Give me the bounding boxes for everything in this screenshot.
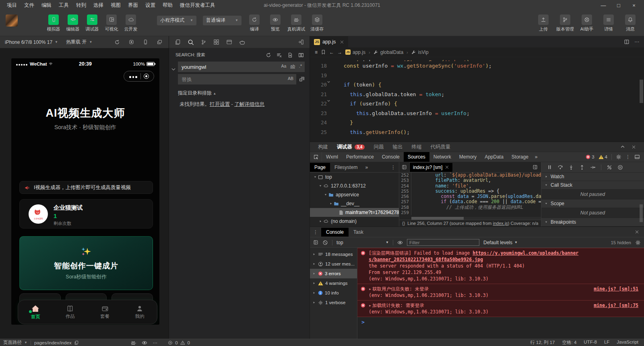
whole-word-icon[interactable]: ab xyxy=(289,63,296,69)
debug-section-Call Stack[interactable]: Call Stack xyxy=(541,181,644,189)
console-filter-4 warnings[interactable]: 4 warnings xyxy=(310,278,357,288)
problem-counts[interactable]: 0 0 xyxy=(168,340,190,345)
tabbar-首页[interactable]: 首页 xyxy=(18,305,53,320)
toolbar-预览-button[interactable]: 预览 xyxy=(266,14,284,32)
close-button[interactable]: × xyxy=(627,1,641,10)
extensions-icon[interactable] xyxy=(213,39,219,45)
devtools-tab-Performance[interactable]: Performance xyxy=(342,152,378,162)
source-control-icon[interactable] xyxy=(201,39,206,45)
device-icon[interactable] xyxy=(143,39,148,45)
toolbar-消息-button[interactable]: 消息 xyxy=(621,14,639,32)
panel-tab-终端[interactable]: 终端 xyxy=(411,144,421,150)
tab-page[interactable]: Page xyxy=(310,163,330,172)
toolbar-模拟器-button[interactable]: 模拟器 xyxy=(45,14,62,32)
source-code-view[interactable]: 252 url: `${app.globalData.apiBase}/uplo… xyxy=(399,173,541,220)
show-navigator-icon[interactable] xyxy=(399,162,410,173)
mock-icon[interactable] xyxy=(239,39,245,45)
console-filter-input[interactable] xyxy=(407,239,479,246)
panel-tab-输出[interactable]: 输出 xyxy=(392,144,402,150)
status-item[interactable]: 行 12, 列 17 xyxy=(530,340,555,346)
more-status-icon[interactable]: ⋯ xyxy=(153,340,158,346)
log-levels-select[interactable]: Default levels▼ xyxy=(483,240,518,245)
toolbar-详情-button[interactable]: 详情 xyxy=(600,14,617,32)
tree-item[interactable]: (no domain) xyxy=(310,217,399,226)
more-tabs-icon[interactable]: » xyxy=(362,165,371,170)
step-into-icon[interactable] xyxy=(568,165,574,170)
preview-icon[interactable] xyxy=(226,39,232,45)
tabbar-我的[interactable]: 我的 xyxy=(122,305,157,319)
tab-index-js[interactable]: index.js? [sm] xyxy=(410,163,452,172)
search-icon[interactable] xyxy=(188,39,194,45)
status-item[interactable]: 空格: 4 xyxy=(562,340,577,346)
menu-item[interactable]: 编辑 xyxy=(38,2,55,9)
devtools-tab-AppData[interactable]: AppData xyxy=(481,152,508,162)
minimize-button[interactable]: — xyxy=(597,1,610,10)
tab-filesystem[interactable]: Filesystem xyxy=(330,163,362,172)
tree-item[interactable]: mainframe?t=1762942780 xyxy=(310,208,399,217)
detach-window-icon[interactable] xyxy=(157,39,162,45)
capsule-button[interactable] xyxy=(124,71,154,82)
tree-item[interactable]: top xyxy=(310,173,399,181)
debug-section-Breakpoints[interactable]: Breakpoints xyxy=(541,218,644,227)
hot-reload-toggle[interactable]: 热重载 开 xyxy=(66,39,87,45)
user-avatar[interactable] xyxy=(6,14,18,27)
devtools-tab-Sources[interactable]: Sources xyxy=(404,152,429,162)
open-in-editor-icon[interactable] xyxy=(287,52,293,58)
editor-scrollbar[interactable] xyxy=(640,59,643,139)
dirs-toggle[interactable]: 指定目录和排除 ▲ xyxy=(169,87,310,98)
menu-item[interactable]: 帮助 xyxy=(159,2,176,9)
toolbar-版本管理-button[interactable]: 版本管理 xyxy=(556,14,574,32)
console-error-entry[interactable]: ▸获取用户信息失败: 未登录 (env: Windows,mp,1.06.231… xyxy=(357,284,644,301)
copy-path-icon[interactable] xyxy=(74,340,79,345)
console-prompt[interactable]: > xyxy=(357,317,644,327)
close-panel-icon[interactable] xyxy=(632,144,636,149)
tree-item[interactable]: 127.0.0.1:63712 xyxy=(310,181,399,190)
menu-item[interactable]: 微信开发者工具 xyxy=(176,2,219,9)
console-filter-3 errors[interactable]: 3 errors xyxy=(310,269,357,278)
maximize-button[interactable]: □ xyxy=(612,1,625,10)
files-icon[interactable] xyxy=(175,39,181,45)
console-error-entry[interactable]: [渲染层网络层错误] Failed to load image https://… xyxy=(357,248,644,284)
panel-tab-问题[interactable]: 问题 xyxy=(374,144,384,150)
toolbar-上传-button[interactable]: 上传 xyxy=(535,14,552,32)
clear-console-icon[interactable] xyxy=(322,240,328,245)
toolbar-编辑器-button[interactable]: </> 编辑器 xyxy=(64,14,81,32)
scrollbar-thumb[interactable] xyxy=(640,204,643,222)
replace-input[interactable] xyxy=(178,74,296,84)
debug-status-icon[interactable] xyxy=(130,340,136,346)
tree-item[interactable]: appservice xyxy=(310,190,399,199)
tab-app-js[interactable]: JS app.js xyxy=(310,36,348,47)
menu-item[interactable]: 工具 xyxy=(55,2,72,9)
device-select[interactable]: iPhone 6/7/8 100% 17 xyxy=(5,39,52,45)
toolbar-清缓存-button[interactable]: 清缓存 xyxy=(308,14,326,32)
devtools-tab-Wxml[interactable]: Wxml xyxy=(322,152,342,162)
panel-tab-构建[interactable]: 构建 xyxy=(318,144,328,150)
warning-count-badge[interactable]: 4 xyxy=(599,154,607,159)
menu-item[interactable]: 界面 xyxy=(124,2,142,9)
console-messages[interactable]: [渲染层网络层错误] Failed to load image https://… xyxy=(357,248,644,339)
mode-select[interactable]: 小程序模式▼ xyxy=(157,16,196,25)
tabbar-套餐[interactable]: 套餐 xyxy=(88,305,122,319)
menu-item[interactable]: 视图 xyxy=(107,2,124,9)
close-tab-icon[interactable] xyxy=(445,165,449,169)
toolbar-真机调试-button[interactable]: 真机调试 xyxy=(287,14,305,32)
console-tab-Task[interactable]: Task xyxy=(349,228,368,237)
step-out-icon[interactable] xyxy=(579,165,585,170)
learn-more-link[interactable]: 了解详细信息 xyxy=(234,101,264,107)
status-item[interactable]: LF xyxy=(604,340,609,346)
deactivate-breakpoints-icon[interactable] xyxy=(607,165,612,170)
mapped-file-link[interactable]: index.js xyxy=(493,221,508,226)
console-tab-Console[interactable]: Console xyxy=(321,228,349,237)
show-debugger-icon[interactable] xyxy=(533,165,541,170)
close-console-icon[interactable] xyxy=(635,230,644,234)
refresh-search-icon[interactable] xyxy=(266,52,271,58)
console-filter-1 verbose[interactable]: 1 verbose xyxy=(310,298,357,307)
restart-icon[interactable] xyxy=(114,39,120,45)
toolbar-可视化-button[interactable]: 可视化 xyxy=(103,14,120,32)
console-filter-18 messages[interactable]: 18 messages xyxy=(310,249,357,259)
member-card[interactable]: 企业猫源码 企业猫测试 1 剩余次数 xyxy=(19,199,153,229)
toggle-replace-icon[interactable] xyxy=(171,67,176,72)
nav-forward-icon[interactable]: → xyxy=(337,49,342,55)
devtools-settings-icon[interactable] xyxy=(616,154,621,160)
menu-item[interactable]: 选择 xyxy=(90,2,107,9)
